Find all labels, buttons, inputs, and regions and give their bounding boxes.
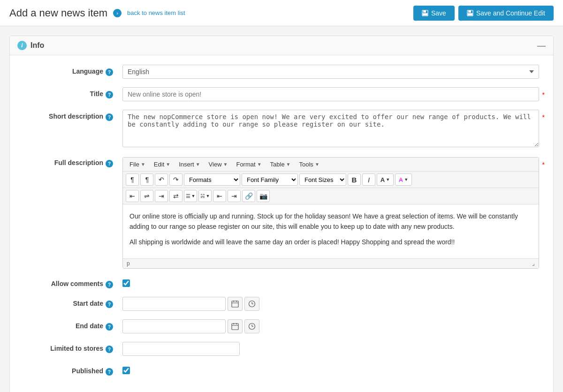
full-desc-help-icon[interactable]: ? xyxy=(106,160,113,167)
back-link[interactable]: back to news item list xyxy=(127,9,185,16)
full-desc-required: * xyxy=(542,161,545,168)
menu-edit[interactable]: Edit ▼ xyxy=(150,159,174,169)
toolbar-image-btn[interactable]: 📷 xyxy=(257,190,270,202)
published-label: Published ? xyxy=(24,364,122,376)
toolbar-link-btn[interactable]: 🔗 xyxy=(242,190,255,202)
toolbar-rtl-btn[interactable]: ¶ xyxy=(140,173,153,186)
menu-tools[interactable]: Tools ▼ xyxy=(296,159,323,169)
title-required: * xyxy=(542,91,545,98)
toolbar-justify-btn[interactable]: ⇄ xyxy=(169,190,183,202)
back-link-icon: › xyxy=(113,9,122,17)
short-desc-textarea[interactable]: The new nopCommerce store is open now! W… xyxy=(122,110,539,147)
language-help-icon[interactable]: ? xyxy=(106,68,113,76)
editor-resize-handle[interactable]: ⌟ xyxy=(532,260,535,267)
svg-rect-1 xyxy=(423,10,426,13)
table-arrow: ▼ xyxy=(286,162,291,167)
editor-toolbar-1: ¶ ¶ ↶ ↷ Formats Font Family Font Si xyxy=(123,172,539,188)
allow-comments-help-icon[interactable]: ? xyxy=(106,281,113,288)
header-buttons: Save Save and Continue Edit xyxy=(413,6,554,21)
page-header-left: Add a new news item › back to news item … xyxy=(9,7,185,19)
title-help-icon[interactable]: ? xyxy=(106,91,113,98)
published-help-icon[interactable]: ? xyxy=(106,368,113,376)
short-desc-help-icon[interactable]: ? xyxy=(106,113,113,121)
tools-arrow: ▼ xyxy=(315,162,320,167)
menu-view[interactable]: View ▼ xyxy=(205,159,232,169)
short-desc-label: Short description ? xyxy=(24,110,122,121)
toolbar-undo-btn[interactable]: ↶ xyxy=(155,173,168,186)
main-content: i Info — Language ? English xyxy=(0,26,563,392)
toolbar-align-left-btn[interactable]: ⇤ xyxy=(126,190,139,202)
end-date-group xyxy=(122,319,539,333)
page-title: Add a new news item xyxy=(9,7,107,19)
title-input[interactable] xyxy=(122,87,539,101)
full-desc-label: Full description ? xyxy=(24,157,122,167)
info-icon: i xyxy=(17,41,27,50)
file-arrow: ▼ xyxy=(141,162,145,167)
view-arrow: ▼ xyxy=(223,162,228,167)
end-date-row: End date ? xyxy=(24,319,539,333)
editor-toolbar-2: ⇤ ⇌ ⇥ ⇄ ☰▼ ☵▼ ⇤ ⇥ 🔗 xyxy=(123,188,539,204)
end-date-calendar-btn[interactable] xyxy=(228,319,243,333)
limited-stores-help-icon[interactable]: ? xyxy=(106,346,113,353)
panel-collapse-button[interactable]: — xyxy=(537,41,546,50)
editor-content[interactable]: Our online store is officially up and ru… xyxy=(123,204,539,258)
published-checkbox[interactable] xyxy=(122,367,130,374)
title-label: Title ? xyxy=(24,87,122,98)
toolbar-ltr-btn[interactable]: ¶ xyxy=(126,173,139,186)
toolbar-formats-select[interactable]: Formats xyxy=(184,173,240,186)
toolbar-outdent-btn[interactable]: ⇤ xyxy=(213,190,226,202)
menu-insert[interactable]: Insert ▼ xyxy=(175,159,204,169)
editor-statusbar: p ⌟ xyxy=(123,258,539,268)
toolbar-redo-btn[interactable]: ↷ xyxy=(169,173,183,186)
toolbar-font-sizes-select[interactable]: Font Sizes xyxy=(299,173,346,186)
limited-stores-field xyxy=(122,342,539,356)
language-field: English xyxy=(122,65,539,79)
toolbar-italic-btn[interactable]: I xyxy=(362,173,375,186)
short-desc-row: Short description ? The new nopCommerce … xyxy=(24,110,539,149)
end-calendar-icon xyxy=(231,323,239,330)
editor-menubar: File ▼ Edit ▼ Insert ▼ View ▼ Format ▼ T… xyxy=(123,158,539,172)
save-button[interactable]: Save xyxy=(413,6,455,21)
start-date-group xyxy=(122,297,539,311)
menu-file[interactable]: File ▼ xyxy=(126,159,149,169)
start-date-calendar-btn[interactable] xyxy=(228,297,243,311)
format-arrow: ▼ xyxy=(257,162,262,167)
rich-text-editor: File ▼ Edit ▼ Insert ▼ View ▼ Format ▼ T… xyxy=(122,157,539,269)
start-date-time-btn[interactable] xyxy=(244,297,259,311)
short-desc-required: * xyxy=(542,113,545,121)
allow-comments-checkbox[interactable] xyxy=(122,279,130,287)
language-label: Language ? xyxy=(24,65,122,76)
allow-comments-field xyxy=(122,277,539,288)
language-select[interactable]: English xyxy=(122,65,539,79)
toolbar-ol-btn[interactable]: ☵▼ xyxy=(198,190,212,202)
start-date-input[interactable] xyxy=(122,297,226,311)
toolbar-bg-color-btn[interactable]: A ▼ xyxy=(395,173,412,186)
info-panel: i Info — Language ? English xyxy=(9,36,554,392)
svg-rect-4 xyxy=(468,10,471,13)
full-desc-field: File ▼ Edit ▼ Insert ▼ View ▼ Format ▼ T… xyxy=(122,157,539,269)
end-clock-icon xyxy=(248,323,256,330)
menu-table[interactable]: Table ▼ xyxy=(266,159,295,169)
start-date-help-icon[interactable]: ? xyxy=(106,301,113,308)
toolbar-align-right-btn[interactable]: ⇥ xyxy=(155,190,168,202)
start-date-row: Start date ? xyxy=(24,297,539,311)
full-desc-row: Full description ? File ▼ Edit ▼ Insert … xyxy=(24,157,539,269)
published-field xyxy=(122,364,539,376)
save-continue-button[interactable]: Save and Continue Edit xyxy=(458,6,554,21)
toolbar-font-family-select[interactable]: Font Family xyxy=(242,173,298,186)
end-date-time-btn[interactable] xyxy=(244,319,259,333)
allow-comments-row: Allow comments ? xyxy=(24,277,539,288)
toolbar-align-center-btn[interactable]: ⇌ xyxy=(140,190,153,202)
toolbar-ul-btn[interactable]: ☰▼ xyxy=(184,190,197,202)
limited-stores-label: Limited to stores ? xyxy=(24,342,122,353)
toolbar-indent-btn[interactable]: ⇥ xyxy=(228,190,241,202)
menu-format[interactable]: Format ▼ xyxy=(232,159,265,169)
limited-stores-input[interactable] xyxy=(122,342,240,356)
toolbar-bold-btn[interactable]: B xyxy=(348,173,361,186)
published-row: Published ? xyxy=(24,364,539,376)
end-date-input[interactable] xyxy=(122,319,226,333)
toolbar-font-color-btn[interactable]: A ▼ xyxy=(377,173,394,186)
title-row: Title ? * xyxy=(24,87,539,101)
end-date-help-icon[interactable]: ? xyxy=(106,323,113,331)
save-continue-icon xyxy=(467,10,473,16)
